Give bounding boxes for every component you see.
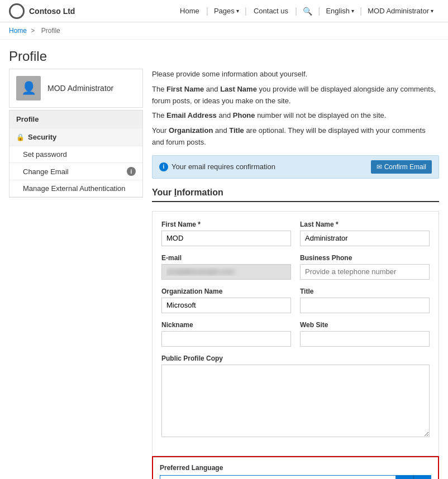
lock-icon: 🔒 xyxy=(16,133,25,141)
sidebar-section-security: 🔒 Security xyxy=(9,128,142,146)
email-banner-message: i Your email requires confirmation xyxy=(159,162,275,171)
info-text-1: Please provide some information about yo… xyxy=(152,69,439,80)
form-group-title: Title xyxy=(300,288,430,313)
nav-language[interactable]: English ▾ xyxy=(320,7,360,15)
nav-home[interactable]: Home xyxy=(173,0,206,22)
sidebar-change-email-label: Change Email xyxy=(23,167,69,176)
form-group-last-name: Last Name * xyxy=(300,221,430,246)
form-group-email: E-mail xyxy=(161,254,291,280)
lang-search-row: ✕ 🔍 xyxy=(160,475,431,479)
sidebar-item-manage-external-auth[interactable]: Manage External Authentication xyxy=(9,180,142,197)
nickname-label: Nickname xyxy=(161,321,291,329)
sidebar-set-password-label: Set password xyxy=(23,150,67,159)
org-name-input[interactable] xyxy=(161,298,291,313)
form-group-website: Web Site xyxy=(300,321,430,347)
org-name-label: Organization Name xyxy=(161,288,291,295)
first-name-label: First Name * xyxy=(161,221,291,228)
form-row-nickname-website: Nickname Web Site xyxy=(161,321,430,347)
nav-user[interactable]: MOD Administrator ▾ xyxy=(362,7,439,15)
email-label: E-mail xyxy=(161,254,291,262)
last-name-label: Last Name * xyxy=(300,221,430,228)
preferred-language-section: Preferred Language ✕ 🔍 xyxy=(152,456,439,479)
preferred-language-input[interactable] xyxy=(160,475,395,479)
nav-pages[interactable]: Pages ▾ xyxy=(208,7,245,15)
search-icon[interactable]: 🔍 xyxy=(297,7,318,16)
form-group-public-profile: Public Profile Copy xyxy=(161,355,430,439)
sidebar-manage-ext-auth-label: Manage External Authentication xyxy=(23,184,126,193)
sidebar-item-profile-label: Profile xyxy=(16,115,39,123)
form-group-first-name: First Name * xyxy=(161,221,291,246)
form-group-org-name: Organization Name xyxy=(161,288,291,313)
last-name-input[interactable] xyxy=(300,231,430,246)
info-text-4: Your Organization and Title are optional… xyxy=(152,125,439,149)
info-text-3: The Email Address and Phone number will … xyxy=(152,110,439,122)
business-phone-input[interactable] xyxy=(300,264,430,280)
first-name-input[interactable] xyxy=(161,231,291,246)
info-icon: i xyxy=(127,167,136,176)
user-avatar-card: 👤 MOD Administrator xyxy=(9,69,143,108)
breadcrumb-current: Profile xyxy=(41,27,60,35)
info-text-2: The First Name and Last Name you provide… xyxy=(152,84,439,107)
form-row-public-profile: Public Profile Copy xyxy=(161,355,430,439)
nav-links: Home | Pages ▾ | Contact us | 🔍 | Englis… xyxy=(173,0,439,22)
website-label: Web Site xyxy=(300,321,430,329)
top-nav: Contoso Ltd Home | Pages ▾ | Contact us … xyxy=(0,0,448,22)
email-input[interactable] xyxy=(161,264,291,280)
chevron-down-icon-lang: ▾ xyxy=(351,8,354,14)
sidebar-security-label: Security xyxy=(28,133,56,141)
brand-name: Contoso Ltd xyxy=(29,7,75,16)
public-profile-label: Public Profile Copy xyxy=(161,355,430,362)
sidebar-item-set-password[interactable]: Set password xyxy=(9,146,142,163)
form-row-org-title: Organization Name Title xyxy=(161,288,430,313)
business-phone-label: Business Phone xyxy=(300,254,430,262)
chevron-down-icon: ▾ xyxy=(236,8,239,14)
form-group-nickname: Nickname xyxy=(161,321,291,347)
sidebar: 👤 MOD Administrator Profile 🔒 Security S… xyxy=(9,69,143,479)
avatar-name: MOD Administrator xyxy=(47,84,113,93)
chevron-down-icon-user: ▾ xyxy=(431,8,433,14)
main-content: Please provide some information about yo… xyxy=(152,69,439,479)
sidebar-nav: Profile 🔒 Security Set password Change E… xyxy=(9,110,143,198)
breadcrumb-home[interactable]: Home xyxy=(9,27,27,35)
avatar-icon: 👤 xyxy=(16,76,41,100)
nav-contact[interactable]: Contact us xyxy=(247,0,295,22)
lang-clear-button[interactable]: ✕ xyxy=(395,475,413,479)
form-container: First Name * Last Name * E-mail Business… xyxy=(152,211,439,456)
preferred-language-label: Preferred Language xyxy=(160,464,431,472)
info-description: Please provide some information about yo… xyxy=(152,69,439,149)
form-row-email-phone: E-mail Business Phone xyxy=(161,254,430,280)
form-group-business-phone: Business Phone xyxy=(300,254,430,280)
main-layout: 👤 MOD Administrator Profile 🔒 Security S… xyxy=(0,69,448,479)
lang-search-button[interactable]: 🔍 xyxy=(413,475,431,479)
nickname-input[interactable] xyxy=(161,331,291,347)
sidebar-item-change-email[interactable]: Change Email i xyxy=(9,163,142,180)
breadcrumb: Home > Profile xyxy=(0,22,448,40)
page-title: Profile xyxy=(0,40,448,69)
website-input[interactable] xyxy=(300,331,430,347)
confirm-email-button[interactable]: ✉ Confirm Email xyxy=(371,160,432,174)
email-banner-text: Your email requires confirmation xyxy=(171,162,275,171)
email-icon: ✉ xyxy=(376,163,382,171)
brand-logo: Contoso Ltd xyxy=(9,3,75,19)
public-profile-textarea[interactable] xyxy=(161,365,430,437)
info-circle-icon: i xyxy=(159,162,168,171)
your-information-title: Your Information xyxy=(152,188,439,202)
title-input[interactable] xyxy=(300,298,430,313)
breadcrumb-separator: > xyxy=(31,27,35,35)
sidebar-item-profile[interactable]: Profile xyxy=(9,111,142,128)
title-label: Title xyxy=(300,288,430,295)
email-confirmation-banner: i Your email requires confirmation ✉ Con… xyxy=(152,155,439,179)
form-row-name: First Name * Last Name * xyxy=(161,221,430,246)
logo-circle xyxy=(9,3,25,19)
